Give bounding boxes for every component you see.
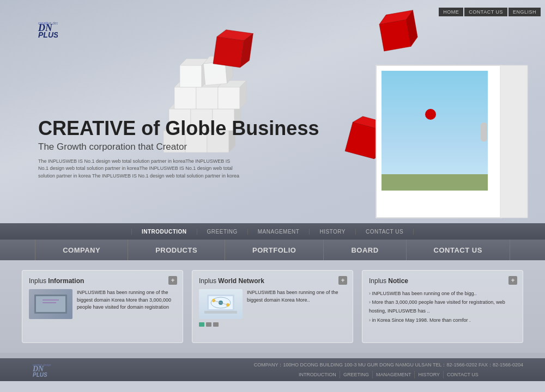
notice-card-title: Inplus Notice — [369, 277, 516, 285]
nav1-history[interactable]: HISTORY — [310, 229, 356, 235]
notice-card-plus-button[interactable]: + — [508, 276, 517, 285]
svg-marker-34 — [203, 54, 232, 63]
notice-list: INPLUSWEB has been running one of the bi… — [369, 289, 516, 324]
hero-section: DN creative design PLUS — [0, 0, 545, 223]
notice-title-normal: Inplus — [369, 277, 388, 285]
svg-marker-13 — [169, 102, 197, 109]
world-card-plus-button[interactable]: + — [338, 276, 347, 285]
nav2-board[interactable]: BOARD — [324, 240, 406, 260]
svg-rect-53 — [481, 122, 487, 142]
svg-marker-39 — [379, 20, 411, 51]
info-card-title: Inplus Information — [29, 277, 176, 285]
world-card-text: INPLUSWEB has been running one of the bi… — [247, 289, 346, 319]
notice-item-1[interactable]: INPLUSWEB has been running one of the bi… — [369, 289, 516, 298]
world-title-bold: World Network — [218, 277, 264, 285]
svg-marker-42 — [345, 122, 382, 158]
footer-logo: DN creative design PLUS — [33, 362, 65, 378]
notice-item-3[interactable]: in Korea Since May 1998. More than comfo… — [369, 316, 516, 324]
svg-marker-21 — [174, 87, 196, 109]
svg-marker-37 — [217, 29, 253, 42]
svg-rect-52 — [382, 71, 488, 191]
logo-icon: DN creative design PLUS — [38, 19, 58, 39]
svg-marker-43 — [353, 114, 391, 132]
english-button[interactable]: ENGLISH — [508, 8, 541, 16]
footer-nav-introduction[interactable]: INTRODUCTION — [295, 371, 340, 378]
world-card-title: Inplus World Network — [199, 277, 346, 285]
svg-marker-35 — [225, 54, 233, 83]
hero-subline: The Growth corporation that Creator — [38, 142, 319, 152]
info-card-plus-button[interactable]: + — [168, 276, 177, 285]
contact-us-button-top[interactable]: CONTACT US — [464, 8, 507, 16]
svg-marker-23 — [196, 81, 203, 109]
info-card-text: INPLUSWEB has been running one of the bi… — [77, 289, 176, 319]
svg-marker-47 — [430, 119, 444, 158]
world-title-normal: Inplus — [199, 277, 218, 285]
svg-marker-24 — [196, 87, 218, 109]
inplus-information-card: Inplus Information + INPLUSWEB has been … — [22, 270, 183, 343]
main-navigation-bar: COMPANY PRODUCTS PORTFOLIO BOARD CONTACT… — [0, 240, 545, 260]
notice-item-2[interactable]: More than 3,000,000 people have visited … — [369, 298, 516, 315]
nav1-contact-us[interactable]: CONTACT US — [356, 229, 414, 235]
svg-text:creative design: creative design — [38, 21, 58, 26]
hero-headline-bold: CREATIVE — [38, 117, 136, 139]
svg-marker-33 — [203, 62, 227, 85]
svg-marker-32 — [202, 59, 208, 87]
svg-marker-31 — [180, 59, 208, 65]
svg-marker-40 — [378, 10, 414, 24]
logo: DN creative design PLUS — [38, 19, 58, 39]
footer-nav-contact-us[interactable]: CONTACT US — [444, 371, 482, 378]
hero-text-block: CREATIVE of Globle Business The Growth c… — [38, 118, 319, 180]
footer: DN creative design PLUS COMPANY：100HO DC… — [0, 358, 545, 381]
nav2-products[interactable]: PRODUCTS — [128, 240, 225, 260]
svg-text:PLUS: PLUS — [38, 30, 58, 39]
info-card-body: INPLUSWEB has been running one of the bi… — [29, 289, 176, 319]
world-card-dots — [199, 322, 346, 327]
nav2-contact-us[interactable]: CONTACT US — [407, 240, 510, 260]
footer-navigation: INTRODUCTION GREETING MANAGEMENT HISTORY… — [254, 371, 523, 378]
dot-3[interactable] — [213, 322, 219, 327]
svg-marker-19 — [213, 102, 241, 109]
svg-rect-51 — [376, 65, 501, 218]
spacer — [0, 353, 545, 358]
inplus-notice-card: Inplus Notice + INPLUSWEB has been runni… — [362, 270, 523, 343]
footer-nav-history[interactable]: HISTORY — [415, 371, 444, 378]
svg-rect-63 — [204, 311, 237, 314]
nav1-greeting[interactable]: GREETING — [197, 229, 248, 235]
info-card-thumbnail — [29, 289, 72, 319]
notice-title-bold: Notice — [388, 277, 408, 285]
svg-marker-49 — [383, 161, 411, 170]
svg-marker-45 — [402, 128, 435, 162]
footer-nav-management[interactable]: MANAGEMENT — [373, 371, 415, 378]
world-card-body: INPLUSWEB has been running one of the bi… — [199, 289, 346, 319]
svg-marker-38 — [240, 33, 253, 69]
svg-marker-44 — [374, 122, 392, 161]
svg-rect-55 — [382, 174, 488, 191]
dot-1[interactable] — [199, 322, 204, 327]
svg-marker-36 — [213, 36, 244, 67]
dot-2[interactable] — [206, 322, 211, 327]
info-title-normal: Inplus — [29, 277, 48, 285]
nav1-management[interactable]: MANAGEMENT — [248, 229, 310, 235]
svg-marker-25 — [196, 81, 225, 87]
svg-point-56 — [425, 109, 436, 120]
nav1-introduction[interactable]: INTRODUCTION — [131, 229, 197, 235]
sub-navigation-bar: INTRODUCTION GREETING MANAGEMENT HISTORY… — [0, 223, 545, 240]
svg-marker-16 — [191, 102, 219, 109]
nav2-company[interactable]: COMPANY — [35, 240, 128, 260]
nav2-portfolio[interactable]: PORTFOLIO — [225, 240, 324, 260]
inplus-world-network-card: Inplus World Network + INPL — [192, 270, 353, 343]
content-area: Inplus Information + INPLUSWEB has been … — [0, 260, 545, 353]
svg-marker-48 — [380, 168, 404, 191]
hero-description: The INPLUSWEB IS No.1 design web total s… — [38, 158, 240, 180]
svg-text:creative design: creative design — [33, 363, 51, 366]
footer-address: COMPANY：100HO DCONG BUILDING 100-3 MU GU… — [254, 361, 523, 378]
svg-marker-26 — [218, 81, 225, 109]
home-button[interactable]: HOME — [439, 8, 463, 16]
svg-marker-28 — [218, 81, 246, 87]
hero-headline: CREATIVE of Globle Business — [38, 118, 319, 139]
svg-marker-22 — [174, 81, 203, 87]
svg-marker-27 — [218, 87, 240, 109]
footer-nav-greeting[interactable]: GREETING — [340, 371, 373, 378]
svg-marker-46 — [401, 119, 439, 133]
svg-rect-54 — [500, 65, 528, 218]
